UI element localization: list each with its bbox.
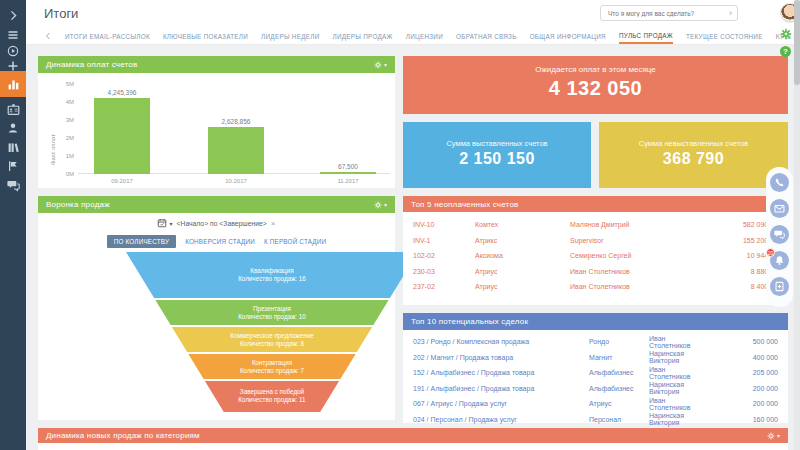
left-sidebar (0, 0, 26, 450)
funnel-header: Воронка продаж ▾ (38, 196, 395, 213)
task-doc-icon[interactable] (770, 277, 789, 296)
vertical-scrollbar[interactable] (794, 0, 800, 450)
bar-group: 2,628,856 10.2017 (208, 84, 264, 188)
tab-general-info[interactable]: ОБЩАЯ ИНФОРМАЦИЯ (530, 29, 606, 43)
table-row[interactable]: 237-02АтриусИван Столетников8 400,00 (403, 279, 788, 295)
tab-current-state[interactable]: ТЕКУЩЕЕ СОСТОЯНИЕ (686, 29, 763, 43)
invoiced-sum-title: Сумма выставленных счетов (403, 139, 591, 148)
communication-rail: 20 (766, 167, 793, 307)
y-tick: 4M (46, 99, 74, 105)
bar-value-label: 4,245,396 (108, 89, 137, 96)
calendar-icon (157, 218, 167, 228)
funnel-stage-contracting[interactable]: Контрактация Количество продаж: 7 (126, 354, 418, 379)
clear-filter-icon[interactable]: × (271, 219, 276, 228)
x-tick: 10.2017 (225, 174, 247, 188)
funnel-view-tabs: ПО КОЛИЧЕСТВУ КОНВЕРСИЯ СТАДИИ К ПЕРВОЙ … (38, 235, 395, 248)
payments-chart-title: Динамика оплат счетов (46, 60, 137, 69)
bar-value-label: 67,500 (338, 163, 358, 170)
top-header: Итоги › (26, 0, 800, 28)
new-sales-gear-icon[interactable]: ▾ (767, 432, 780, 440)
table-row[interactable]: 023 / Рондо / Комплексная продажаРондоИв… (403, 334, 788, 350)
table-row[interactable]: 230-03АтриусИван Столетников8 880,00 (403, 264, 788, 280)
search-input[interactable] (601, 10, 729, 17)
caret-down-icon: ▾ (169, 220, 172, 227)
table-row[interactable]: INV-1АтриксSupervisor155 200,00 (403, 233, 788, 249)
table-row[interactable]: 152 / Альфабизнес / Продажа товараАльфаб… (403, 365, 788, 381)
notifications-bell-icon[interactable]: 20 (770, 251, 789, 270)
tab-licenses[interactable]: ЛИЦЕНЗИИ (406, 29, 443, 43)
sidebar-item-dashboards[interactable] (0, 71, 26, 97)
top-deals-title: Топ 10 потенциальных сделок (411, 317, 528, 326)
top-deals-header: Топ 10 потенциальных сделок (403, 313, 788, 330)
tab-week-leaders[interactable]: ЛИДЕРЫ НЕДЕЛИ (261, 29, 319, 43)
expected-payment-value: 4 132 050 (403, 77, 788, 100)
new-sales-header: Динамика новых продаж по категориям ▾ (38, 428, 788, 443)
bar-chart-plot: 4,245,396 09.2017 2,628,856 10.2017 67,5… (78, 84, 390, 188)
funnel-widget: ▾ <Начало> по <Завершение> × ПО КОЛИЧЕСТ… (38, 213, 395, 420)
dashboard-tabbar: ИТОГИ EMAIL-РАССЫЛОК КЛЮЧЕВЫЕ ПОКАЗАТЕЛИ… (26, 28, 800, 45)
funnel-stage-proposal[interactable]: Коммерческое предложение Количество прод… (126, 327, 418, 352)
global-search[interactable]: › (600, 5, 738, 21)
table-row[interactable]: 191 / Альфабизнес / Продажа товараАльфаб… (403, 381, 788, 397)
expected-payment-title: Ожидается оплат в этом месяце (403, 65, 788, 74)
funnel-tab-stage-conversion[interactable]: КОНВЕРСИЯ СТАДИИ (185, 238, 255, 245)
uninvoiced-sum-title: Сумма невыставленных счетов (599, 139, 788, 148)
y-tick: 0M (46, 171, 74, 177)
invoiced-sum-value: 2 150 150 (403, 150, 591, 168)
mail-icon[interactable] (770, 199, 789, 218)
y-tick: 5M (46, 81, 74, 87)
funnel-tab-to-first-stage[interactable]: К ПЕРВОЙ СТАДИИ (264, 238, 326, 245)
funnel-tab-by-count[interactable]: ПО КОЛИЧЕСТВУ (107, 235, 176, 248)
funnel-stage-closed-won[interactable]: Завершена с победой Количество продаж: 1… (126, 381, 418, 412)
funnel-date-filter[interactable]: ▾ <Начало> по <Завершение> × (38, 218, 395, 228)
expected-payment-panel: Ожидается оплат в этом месяце 4 132 050 (403, 56, 788, 114)
table-row[interactable]: 102-02АксиомаСемиренко Сергей10 944,00 (403, 248, 788, 264)
tab-key-indicators[interactable]: КЛЮЧЕВЫЕ ПОКАЗАТЕЛИ (163, 29, 248, 43)
funnel-title: Воронка продаж (46, 200, 110, 209)
app-window: Итоги › ? ИТОГИ EMAIL-РАССЫЛОК КЛЮЧЕВЫЕ … (0, 0, 800, 450)
chat-icon[interactable] (770, 225, 789, 244)
tab-sales-pulse[interactable]: ПУЛЬС ПРОДАЖ (619, 28, 673, 44)
funnel-stage-qualification[interactable]: Квалификация Количество продаж: 16 (126, 252, 418, 298)
notifications-badge: 20 (766, 248, 775, 257)
payments-chart-header: Динамика оплат счетов ▾ (38, 56, 395, 73)
chart-bar[interactable] (208, 127, 264, 174)
tab-email-results[interactable]: ИТОГИ EMAIL-РАССЫЛОК (65, 29, 150, 43)
chart-bar[interactable] (94, 98, 150, 174)
help-icon[interactable]: ? (780, 46, 791, 57)
x-tick: 11.2017 (337, 174, 358, 188)
y-tick: 3M (46, 117, 74, 123)
sidebar-item-feed[interactable] (0, 174, 26, 196)
x-tick: 09.2017 (111, 174, 133, 188)
table-row[interactable]: 067 / Атриус / Продажа услугАтриусИван С… (403, 396, 788, 412)
invoiced-sum-panel: Сумма выставленных счетов 2 150 150 (403, 122, 591, 188)
table-row[interactable]: 024 / Персонал / Продажа услугПерсоналНа… (403, 412, 788, 428)
y-tick: 1M (46, 153, 74, 159)
uninvoiced-sum-panel: Сумма невыставленных счетов 368 790 (599, 122, 788, 188)
page-title: Итоги (44, 6, 78, 21)
sales-funnel-chart: Квалификация Количество продаж: 16 Презе… (126, 252, 418, 412)
funnel-gear-icon[interactable]: ▾ (374, 201, 387, 209)
table-row[interactable]: 202 / Магнит / Продажа товараМагнитНарин… (403, 350, 788, 366)
tab-sales-leaders[interactable]: ЛИДЕРЫ ПРОДАЖ (333, 29, 393, 43)
unpaid-invoices-table: INV-10КомтехМалянов Дмитрий582 090,00 IN… (403, 212, 788, 305)
sidebar-expand-icon[interactable] (0, 4, 26, 26)
new-sales-widget (38, 443, 788, 450)
payments-chart-gear-icon[interactable]: ▾ (374, 61, 387, 69)
bar-group: 67,500 11.2017 (320, 84, 376, 188)
tabs-scroll-left-icon[interactable] (44, 32, 52, 40)
funnel-stage-presentation[interactable]: Презентация Количество продаж: 10 (126, 300, 418, 325)
scrollbar-thumb[interactable] (794, 0, 800, 85)
phone-icon[interactable] (770, 173, 789, 192)
new-sales-title: Динамика новых продаж по категориям (46, 431, 200, 440)
uninvoiced-sum-value: 368 790 (599, 150, 788, 168)
bar-value-label: 2,628,856 (222, 118, 251, 125)
settings-gear-icon[interactable] (780, 28, 792, 40)
unpaid-invoices-title: Топ 5 неоплаченных счетов (411, 200, 519, 209)
search-go-icon[interactable]: › (729, 9, 737, 18)
table-row[interactable]: INV-10КомтехМалянов Дмитрий582 090,00 (403, 217, 788, 233)
top-deals-table: 023 / Рондо / Комплексная продажаРондоИв… (403, 330, 788, 423)
tab-feedback[interactable]: ОБРАТНАЯ СВЯЗЬ (456, 29, 517, 43)
bar-group: 4,245,396 09.2017 (94, 84, 150, 188)
payments-chart: Факт оплат 5M 4M 3M 2M 1M 0M 4,245,396 0… (38, 73, 395, 188)
